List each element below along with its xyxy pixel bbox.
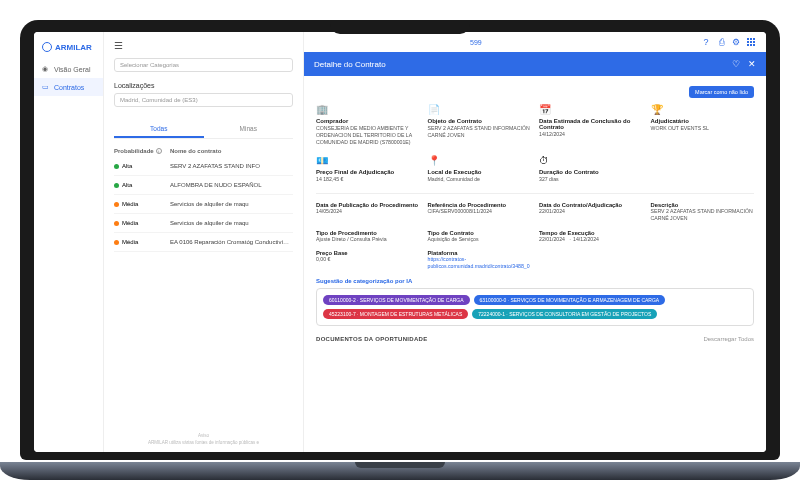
detail-body: Marcar como não lido 🏢 Comprador CONSEJE… [304,76,766,452]
laptop-mockup: ARMILAR ◉ Visão Geral ▭ Contratos ☰ Sele… [20,20,780,480]
category-chip[interactable]: 72224000-1 · SERVIÇOS DE CONSULTORIA EM … [472,309,657,319]
meta-proc-type: Tipo de ProcedimentoAjuste Direto / Cons… [316,230,420,243]
detail-header: Detalhe do Contrato ♡ ✕ [304,52,766,76]
meta-empty [651,230,755,243]
col-name: Nome do contrato [170,148,293,154]
info-icon[interactable]: i [156,148,162,154]
sidebar-item-overview[interactable]: ◉ Visão Geral [34,60,103,78]
sidebar-item-label: Visão Geral [54,66,90,73]
clock-icon: ⏱ [539,155,643,167]
count-badge: 599 [470,39,482,46]
contract-name: Servicios de alquiler de maqu [170,201,293,207]
file-icon: 📄 [428,104,532,116]
card-duration: ⏱ Duração do Contrato 327 dias [539,155,643,183]
status-dot [114,221,119,226]
contract-name: SERV 2 AZAFATAS STAND INFO [170,163,293,169]
sidebar: ARMILAR ◉ Visão Geral ▭ Contratos [34,32,104,452]
mark-unread-button[interactable]: Marcar como não lido [689,86,754,98]
card-end-date: 📅 Data Estimada de Conclusão do Contrato… [539,104,643,145]
screen-bezel: ARMILAR ◉ Visão Geral ▭ Contratos ☰ Sele… [20,20,780,460]
grid-icon [747,38,755,46]
list-tabs: Todas Minas [114,121,293,139]
brand-name: ARMILAR [55,43,92,52]
col-probability: Probabilidade i [114,148,164,154]
sidebar-item-label: Contratos [54,84,84,91]
money-icon: 💶 [316,155,420,167]
close-icon[interactable]: ✕ [748,59,756,69]
menu-toggle-icon[interactable]: ☰ [114,40,123,51]
footer-disclaimer: Aviso ARMILAR utiliza várias fontes de i… [114,433,293,446]
settings-icon[interactable]: ⚙ [731,37,741,47]
meta-platform: Plataformahttps://contratos-publicos.com… [428,250,532,270]
topbar: 599 ? ⎙ ⚙ [304,32,766,52]
documents-section: DOCUMENTOS DA OPORTUNIDADE Descarregar T… [316,336,754,342]
favorite-icon[interactable]: ♡ [732,59,740,69]
table-row[interactable]: Alta SERV 2 AZAFATAS STAND INFO [114,157,293,176]
card-price: 💶 Preço Final de Adjudicação 14 182,45 € [316,155,420,183]
table-header: Probabilidade i Nome do contrato [114,145,293,157]
meta-base-price: Preço Base0,00 € [316,250,420,270]
category-chips: 60110000-2 · SERVIÇOS DE MOVIMENTAÇÃO DE… [316,288,754,326]
divider [316,193,754,194]
contract-name: ALFOMBRA DE NUDO ESPAÑOL [170,182,293,188]
location-label: Localizações [114,82,293,89]
card-object: 📄 Objeto de Contrato SERV 2 AZAFATAS STA… [428,104,532,145]
laptop-base [0,462,800,480]
logo-icon [42,42,52,52]
print-icon[interactable]: ⎙ [716,37,726,47]
main-panel: 599 ? ⎙ ⚙ Detalhe do Contrato ♡ ✕ [304,32,766,452]
meta-award-date: Data do Contrato/Adjudicação22/01/2024 [539,202,643,222]
table-row[interactable]: Média EA 0106 Reparación Cromatóg Conduc… [114,233,293,252]
filter-panel: ☰ Selecionar Categorias Localizações Mad… [104,32,304,452]
table-row[interactable]: Alta ALFOMBRA DE NUDO ESPAÑOL [114,176,293,195]
status-dot [114,183,119,188]
apps-icon[interactable] [746,37,756,47]
notch [330,20,470,34]
meta-exec-time: Tempo de Execução22/01/2024 → 14/12/2024 [539,230,643,243]
eye-icon: ◉ [42,65,50,73]
app-screen: ARMILAR ◉ Visão Geral ▭ Contratos ☰ Sele… [34,32,766,452]
card-awardee: 🏆 Adjudicatário WORK OUT EVENTS SL [651,104,755,145]
status-dot [114,164,119,169]
sidebar-item-contracts[interactable]: ▭ Contratos [34,78,103,96]
ai-suggestion-label: Sugestão de categorização por IA [316,278,754,284]
detail-title: Detalhe do Contrato [314,60,386,69]
status-dot [114,202,119,207]
meta-ref: Referência do ProcedimentoCIFA/SERV00000… [428,202,532,222]
contract-name: Servicios de alquiler de maqu [170,220,293,226]
trophy-icon: 🏆 [651,104,755,116]
category-select[interactable]: Selecionar Categorias [114,58,293,72]
category-chip[interactable]: 45223100-7 · MONTAGEM DE ESTRUTURAS METÁ… [323,309,468,319]
help-icon[interactable]: ? [701,37,711,47]
documents-title: DOCUMENTOS DA OPORTUNIDADE [316,336,427,342]
meta-contract-type: Tipo de ContratoAquisição de Serviços [428,230,532,243]
table-row[interactable]: Média Servicios de alquiler de maqu [114,195,293,214]
card-buyer: 🏢 Comprador CONSEJERIA DE MEDIO AMBIENTE… [316,104,420,145]
doc-icon: ▭ [42,83,50,91]
status-dot [114,240,119,245]
category-chip[interactable]: 60110000-2 · SERVIÇOS DE MOVIMENTAÇÃO DE… [323,295,470,305]
meta-desc: DescriçãoSERV 2 AZAFATAS STAND INFORMACI… [651,202,755,222]
tab-mine[interactable]: Minas [204,121,294,138]
card-location: 📍 Local de Execução Madrid, Comunidad de [428,155,532,183]
calendar-icon: 📅 [539,104,643,116]
table-row[interactable]: Média Servicios de alquiler de maqu [114,214,293,233]
location-select[interactable]: Madrid, Comunidad de (ES3) [114,93,293,107]
brand-logo[interactable]: ARMILAR [34,40,103,60]
tab-all[interactable]: Todas [114,121,204,138]
contract-name: EA 0106 Reparación Cromatóg Conductivíme… [170,239,293,245]
meta-grid: Data de Publicação do Procedimento14/05/… [316,202,754,270]
info-grid: 🏢 Comprador CONSEJERIA DE MEDIO AMBIENTE… [316,104,754,183]
building-icon: 🏢 [316,104,420,116]
meta-pub-date: Data de Publicação do Procedimento14/05/… [316,202,420,222]
download-all-button[interactable]: Descarregar Todos [703,336,754,342]
category-chip[interactable]: 63100000-0 · SERVIÇOS DE MOVIMENTAÇÃO E … [474,295,666,305]
pin-icon: 📍 [428,155,532,167]
